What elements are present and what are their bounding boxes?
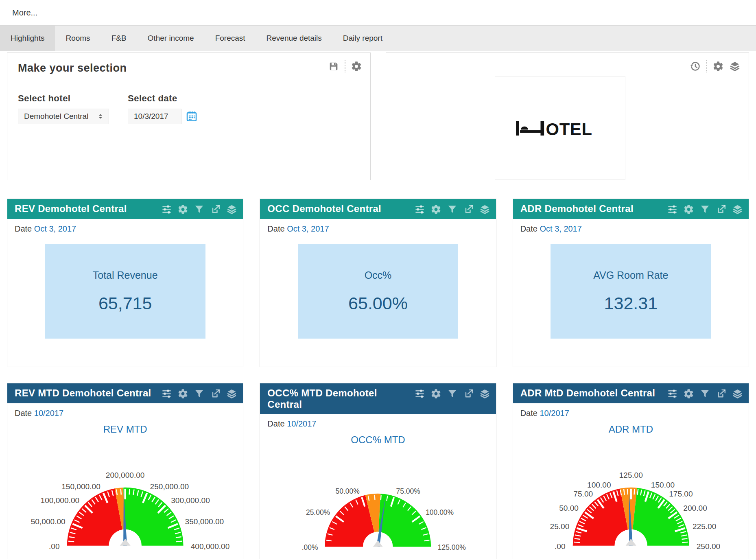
gauge-chart: .0050,000.00100,000.00150,000.00200,000.… <box>7 436 243 559</box>
layers-icon[interactable] <box>479 204 490 215</box>
filter-icon[interactable] <box>194 204 205 215</box>
svg-text:25.00%: 25.00% <box>306 509 330 517</box>
svg-text:200.00: 200.00 <box>683 504 707 512</box>
selection-panel: Make your selection Select hotel Demohot… <box>7 52 371 180</box>
date-value: Oct 3, 2017 <box>34 224 76 233</box>
tab-daily-report[interactable]: Daily report <box>332 26 393 51</box>
date-value: 10/2017 <box>34 409 63 418</box>
tab-forecast[interactable]: Forecast <box>205 26 256 51</box>
widget-title: OCC% MTD Demohotel Central <box>267 387 410 410</box>
hotel-select[interactable]: Demohotel Central <box>18 109 109 124</box>
svg-text:150,000.00: 150,000.00 <box>61 482 101 491</box>
date-label: Date <box>520 409 538 418</box>
filter-icon[interactable] <box>447 204 458 215</box>
svg-text:25.00: 25.00 <box>550 522 569 531</box>
gauge-widget-adr-mtd: ADR MtD Demohotel Central Date 10/2017 A… <box>513 383 749 559</box>
date-input-value: 10/3/2017 <box>134 112 168 121</box>
export-icon[interactable] <box>463 388 474 399</box>
filter-icon[interactable] <box>699 204 710 215</box>
layers-icon[interactable] <box>732 388 743 399</box>
svg-text:100,000.00: 100,000.00 <box>41 496 80 505</box>
svg-text:.00%: .00% <box>302 543 318 551</box>
export-icon[interactable] <box>210 204 221 215</box>
date-input[interactable]: 10/3/2017 <box>128 109 181 124</box>
svg-text:125.00%: 125.00% <box>438 543 466 551</box>
gear-icon[interactable] <box>712 61 724 72</box>
gear-icon[interactable] <box>430 388 441 399</box>
widget-title: ADR Demohotel Central <box>520 203 634 214</box>
gauge-chart: .0025.0050.0075.00100.00125.00150.00175.… <box>513 436 749 559</box>
kpi-box: AVG Room Rate 132.31 <box>551 244 711 339</box>
kpi-label: Occ% <box>365 269 392 281</box>
svg-text:225.00: 225.00 <box>693 522 716 531</box>
more-bar: More... <box>0 0 756 26</box>
sliders-icon[interactable] <box>667 388 678 399</box>
gauge-title: OCC% MTD <box>260 434 496 446</box>
date-label: Date <box>15 224 32 233</box>
export-icon[interactable] <box>716 204 727 215</box>
date-value: Oct 3, 2017 <box>540 224 581 233</box>
kpi-value: 65.00% <box>348 293 408 313</box>
sliders-icon[interactable] <box>414 204 425 215</box>
gear-icon[interactable] <box>683 204 694 215</box>
tab-highlights[interactable]: Highlights <box>0 26 55 51</box>
date-value: 10/2017 <box>540 409 569 418</box>
kpi-value: 132.31 <box>604 293 658 313</box>
kpi-widget-adr: ADR Demohotel Central Date Oct 3, 2017 A… <box>513 199 749 367</box>
date-label: Date <box>520 224 538 233</box>
svg-text:50.00: 50.00 <box>559 504 579 512</box>
filter-icon[interactable] <box>194 388 205 399</box>
gear-icon[interactable] <box>177 204 188 215</box>
kpi-widget-rev: REV Demohotel Central Date Oct 3, 2017 T… <box>7 199 243 367</box>
export-icon[interactable] <box>463 204 474 215</box>
date-value: Oct 3, 2017 <box>287 224 329 233</box>
tab-revenue-details[interactable]: Revenue details <box>256 26 332 51</box>
layers-icon[interactable] <box>226 204 237 215</box>
filter-icon[interactable] <box>447 388 458 399</box>
more-link[interactable]: More... <box>12 8 37 18</box>
svg-text:.00: .00 <box>49 542 60 551</box>
gear-icon[interactable] <box>430 204 441 215</box>
history-icon[interactable] <box>690 61 701 72</box>
svg-text:300,000.00: 300,000.00 <box>171 496 210 505</box>
hotel-logo-box <box>495 76 625 180</box>
kpi-label: Total Revenue <box>93 269 158 281</box>
sliders-icon[interactable] <box>414 388 425 399</box>
calendar-icon[interactable] <box>186 110 198 122</box>
gear-icon[interactable] <box>177 388 188 399</box>
kpi-box: Total Revenue 65,715 <box>45 244 205 339</box>
select-hotel-label: Select hotel <box>18 93 109 104</box>
hotel-logo <box>516 117 604 140</box>
gear-icon[interactable] <box>351 61 362 72</box>
svg-text:50,000.00: 50,000.00 <box>31 517 66 526</box>
kpi-widget-occ: OCC Demohotel Central Date Oct 3, 2017 O… <box>260 199 496 367</box>
svg-text:250.00: 250.00 <box>696 542 720 551</box>
layers-icon[interactable] <box>479 388 490 399</box>
sliders-icon[interactable] <box>161 388 172 399</box>
select-date-label: Select date <box>128 93 198 104</box>
layers-icon[interactable] <box>729 61 741 72</box>
export-icon[interactable] <box>716 388 727 399</box>
widget-title: REV MTD Demohotel Central <box>15 387 151 399</box>
gauge-widget-rev-mtd: REV MTD Demohotel Central Date 10/2017 R… <box>7 383 243 559</box>
hotel-select-value: Demohotel Central <box>24 112 88 121</box>
date-label: Date <box>15 409 32 418</box>
divider <box>345 60 345 72</box>
sliders-icon[interactable] <box>667 204 678 215</box>
layers-icon[interactable] <box>732 204 743 215</box>
divider <box>706 60 707 72</box>
svg-text:150.00: 150.00 <box>651 481 674 489</box>
widget-title: ADR MtD Demohotel Central <box>520 387 655 399</box>
date-label: Date <box>267 224 284 233</box>
filter-icon[interactable] <box>699 388 710 399</box>
save-icon[interactable] <box>328 61 339 72</box>
widget-title: REV Demohotel Central <box>15 203 127 214</box>
tab-fnb[interactable]: F&B <box>101 26 137 51</box>
date-label: Date <box>267 419 284 428</box>
gear-icon[interactable] <box>683 388 694 399</box>
tab-other-income[interactable]: Other income <box>137 26 205 51</box>
tab-rooms[interactable]: Rooms <box>55 26 101 51</box>
sliders-icon[interactable] <box>161 204 172 215</box>
export-icon[interactable] <box>210 388 221 399</box>
layers-icon[interactable] <box>226 388 237 399</box>
